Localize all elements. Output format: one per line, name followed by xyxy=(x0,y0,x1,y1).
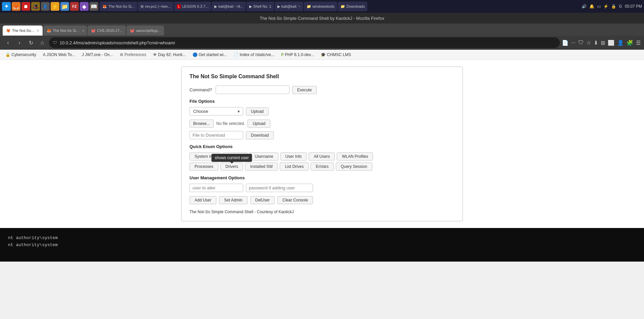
taskbar-tab-downloads[interactable]: 📁 Downloads xyxy=(338,2,367,11)
bookmark-getstarted[interactable]: 🔵 Get started wi... xyxy=(190,51,229,58)
browser-tab-2[interactable]: 🦊 The Not-So Si... ✕ xyxy=(43,26,87,36)
toolbar-right-icons: 📄 ··· 🛡 ☆ ⬇ ⊞ ⬜ 👤 🧩 ☰ xyxy=(562,40,641,46)
taskbar-tab-windowstools[interactable]: 📁 windowstools xyxy=(304,2,337,11)
execute-button[interactable]: Execute xyxy=(292,86,317,94)
envars-button[interactable]: EnVars xyxy=(311,163,333,171)
system-info-button[interactable]: System Info xyxy=(190,152,221,161)
taskbar-tab-notsosi[interactable]: 🦊 The Not-So Si... xyxy=(100,2,137,11)
filezilla-icon[interactable]: FZ xyxy=(70,2,79,11)
installed-sw-button[interactable]: Installed SW xyxy=(245,163,278,171)
taskbar-volume-icon[interactable]: 🔊 xyxy=(582,4,587,9)
bookmark-day82[interactable]: 👁 Day 82: Hunti... xyxy=(150,51,189,58)
user-info-button[interactable]: User Info xyxy=(280,152,307,161)
taskbar-tab-revps1[interactable]: ⊞ rev.ps1 (~/win... xyxy=(138,2,173,11)
bookmark-chmsc[interactable]: 🎓 CHMSC LMS xyxy=(318,51,354,58)
taskbar-minimize-icon[interactable]: ▭ xyxy=(597,4,601,9)
bookmark-icon: ⚙ xyxy=(120,52,123,57)
bookmark-php810[interactable]: P PHP 8.1.0-dev... xyxy=(278,51,317,58)
del-user-button[interactable]: DelUser xyxy=(250,196,275,204)
download-row: Download xyxy=(190,131,454,139)
command-input[interactable] xyxy=(216,86,289,94)
forward-button[interactable]: › xyxy=(15,38,24,47)
whoami-button[interactable]: Whoami xyxy=(223,152,248,161)
account-icon[interactable]: 👤 xyxy=(617,40,624,46)
taskbar-flash-icon[interactable]: ⚡ xyxy=(603,4,608,9)
taskbar-tab-legion[interactable]: L LEGION 0.3.7... xyxy=(174,2,211,11)
browse-button[interactable]: Browse... xyxy=(190,120,214,128)
download-button[interactable]: Download xyxy=(246,131,274,139)
bookmarks-bar: 🔒 Cybersecurity A JSON Web To... J JWT.o… xyxy=(0,50,644,60)
browser-tab-cve[interactable]: 🐙 CVE-2015-17... xyxy=(88,26,126,36)
file-to-download-input[interactable] xyxy=(190,131,243,139)
reload-button[interactable]: ↻ xyxy=(26,38,36,47)
query-session-button[interactable]: Query Session xyxy=(336,163,372,171)
firefox-icon[interactable]: 🦊 xyxy=(12,2,20,11)
taskbar-tab-shell1[interactable]: ▶ Shell No. 1 xyxy=(247,2,274,11)
home-button[interactable]: ⌂ xyxy=(38,38,47,47)
console-line: nt authority\system xyxy=(8,242,636,249)
tab-close-btn[interactable]: ✕ xyxy=(37,29,39,33)
tab-label: rev.ps1 (~/win... xyxy=(145,4,171,8)
taskbar-tab-kali2[interactable]: ▶ kali@kali: ~ xyxy=(275,2,303,11)
shield-icon[interactable]: 🛡 xyxy=(578,40,584,46)
username-button[interactable]: Username xyxy=(250,152,278,161)
processes-button[interactable]: Processes xyxy=(190,163,218,171)
upload-button-1[interactable]: Upload xyxy=(246,107,269,116)
bookmark-icon: 📄 xyxy=(233,52,238,57)
browser-tab-uac[interactable]: 🐙 uacscript/byp... xyxy=(126,26,164,36)
johnny-icon[interactable]: 🎩 xyxy=(31,2,40,11)
purple-icon[interactable]: ◆ xyxy=(80,2,89,11)
quick-enum-title: Quick Enum Options xyxy=(190,144,454,149)
files-icon[interactable]: 📁 xyxy=(60,2,69,11)
tab-label: Downloads xyxy=(346,4,365,8)
tab-close-btn[interactable]: ✕ xyxy=(82,29,85,33)
container-icon[interactable]: ⬜ xyxy=(608,40,614,46)
shell-footer-text: The Not-So Simple Command Shell - Courte… xyxy=(190,210,294,214)
reader-view-icon[interactable]: 📄 xyxy=(562,40,569,46)
drivers-button[interactable]: Drivers xyxy=(220,163,243,171)
taskbar-bell-icon[interactable]: 🔔 xyxy=(589,4,594,9)
burp-icon[interactable]: 👤 xyxy=(41,2,50,11)
menu-icon[interactable]: ☰ xyxy=(636,40,641,46)
bookmark-star-icon[interactable]: ☆ xyxy=(586,40,591,46)
bookmark-cybersecurity[interactable]: 🔒 Cybersecurity xyxy=(3,51,39,58)
zapr-icon[interactable]: ⚡ xyxy=(51,2,59,11)
command-row: Command? Execute xyxy=(190,86,454,94)
taskbar: ✦ 🦊 ■ 🎩 👤 ⚡ 📁 FZ ◆ 📖 🦊 The Not-So Si... … xyxy=(0,0,644,13)
no-file-label: No file selected. xyxy=(216,121,245,126)
tab-favicon: ▶ xyxy=(277,4,280,9)
taskbar-tabs: 🦊 The Not-So Si... ⊞ rev.ps1 (~/win... L… xyxy=(100,2,580,11)
browser-tab-active[interactable]: 🦊 The Not-So... ✕ xyxy=(3,26,43,36)
all-users-button[interactable]: All Users xyxy=(309,152,335,161)
kali-icon[interactable]: ✦ xyxy=(2,2,11,11)
book-icon[interactable]: 📖 xyxy=(90,2,98,11)
address-bar[interactable]: 10.0.2.4/lms/admin/uploads/nsscmdshell.p… xyxy=(60,40,556,45)
security-lock-icon: 🛡 xyxy=(53,40,57,45)
browser-title: The Not-So Simple Command Shell by Kaoti… xyxy=(260,16,384,21)
bookmark-preferences[interactable]: ⚙ Preferences xyxy=(117,51,149,58)
wlan-profiles-button[interactable]: WLAN Profiles xyxy=(337,152,373,161)
user-to-alter-input[interactable] xyxy=(190,184,243,192)
synced-tabs-icon[interactable]: ⊞ xyxy=(601,40,605,46)
bookmark-indexstatic[interactable]: 📄 Index of /static/ve... xyxy=(231,51,277,58)
extensions-icon[interactable]: 🧩 xyxy=(627,40,633,46)
bookmark-icon: 🔒 xyxy=(5,52,10,57)
password-input[interactable] xyxy=(246,184,313,192)
taskbar-lock-icon[interactable]: 🔒 xyxy=(611,4,616,9)
choose-select[interactable]: Choose xyxy=(190,107,243,116)
list-drives-button[interactable]: List Drives xyxy=(280,163,309,171)
add-user-button[interactable]: Add User xyxy=(190,196,216,204)
taskbar-tab-kali1[interactable]: ▶ kali@kali: ~/li... xyxy=(212,2,246,11)
more-icon[interactable]: ··· xyxy=(571,40,576,46)
set-admin-button[interactable]: Set Admin xyxy=(219,196,248,204)
bookmark-jwtone[interactable]: J JWT.one - On... xyxy=(79,51,116,58)
clear-console-button[interactable]: Clear Console xyxy=(277,196,313,204)
bookmark-jsonwebto[interactable]: A JSON Web To... xyxy=(40,51,78,58)
upload-button-2[interactable]: Upload xyxy=(248,120,270,128)
download-icon[interactable]: ⬇ xyxy=(594,40,598,46)
taskbar-time: 05:07 PM xyxy=(625,4,642,9)
taskbar-g-icon[interactable]: G xyxy=(619,4,622,9)
bookmark-icon: P xyxy=(281,52,284,57)
back-button[interactable]: ‹ xyxy=(3,38,13,47)
redtool-icon[interactable]: ■ xyxy=(21,2,30,11)
